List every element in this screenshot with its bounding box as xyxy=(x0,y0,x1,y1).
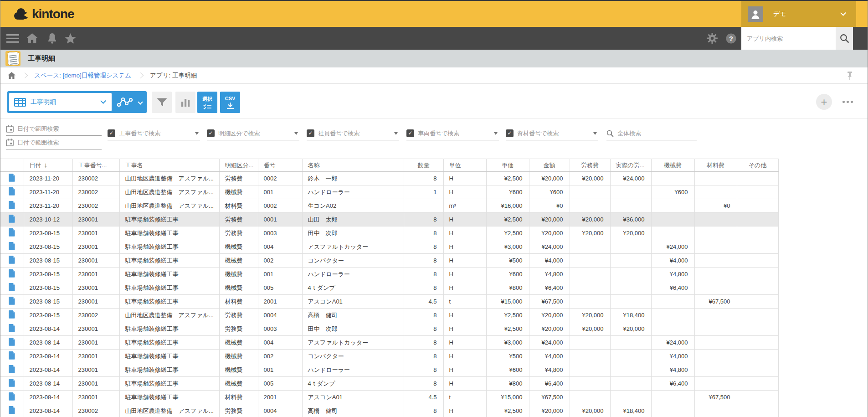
record-open-cell[interactable] xyxy=(0,309,24,322)
record-open-cell[interactable] xyxy=(0,254,24,268)
kintone-logo[interactable]: kintone xyxy=(13,1,74,27)
cell-number: 004 xyxy=(258,336,302,350)
cell-amount: ¥4,000 xyxy=(529,254,570,268)
user-menu[interactable]: デモ xyxy=(741,1,856,27)
cell-other-cost xyxy=(737,336,778,350)
hamburger-menu-icon[interactable] xyxy=(5,27,21,50)
record-open-cell[interactable] xyxy=(0,363,24,377)
record-open-cell[interactable] xyxy=(0,336,24,350)
column-header-actual-labor-cost[interactable]: 実際の労... xyxy=(610,159,651,172)
filter-dropdown-project-no[interactable]: ✓ 工事番号で検索 xyxy=(108,127,200,140)
checkbox-checked-icon[interactable]: ✓ xyxy=(108,129,115,137)
record-open-cell[interactable] xyxy=(0,185,24,199)
column-header-project-no[interactable]: 工事番号... xyxy=(72,159,119,172)
column-header-date[interactable]: 日付↓ xyxy=(24,159,72,172)
user-name: デモ xyxy=(773,10,786,18)
table-row[interactable]: 2023-08-15230002山田地区農道整備 アスファル...労務費0004… xyxy=(0,309,778,322)
record-open-cell[interactable] xyxy=(0,322,24,336)
cell-category: 機械費 xyxy=(219,377,258,391)
column-header-other-cost[interactable]: その他 xyxy=(737,159,778,172)
record-open-cell[interactable] xyxy=(0,172,24,185)
record-open-cell[interactable] xyxy=(0,350,24,363)
table-row[interactable]: 2023-08-15230001駐車場舗装修繕工事機械費0054ｔダンプ8H¥8… xyxy=(0,281,778,295)
table-row[interactable]: 2023-08-14230001駐車場舗装修繕工事機械費004アスファルトカッタ… xyxy=(0,336,778,350)
column-header-qty[interactable]: 数量 xyxy=(404,159,443,172)
filter-dropdown-employee-no[interactable]: ✓ 社員番号で検索 xyxy=(307,127,399,140)
checkbox-checked-icon[interactable]: ✓ xyxy=(406,129,414,137)
chart-button[interactable] xyxy=(175,92,195,113)
column-header-unit[interactable]: 単位 xyxy=(443,159,486,172)
record-open-cell[interactable] xyxy=(0,391,24,404)
checkbox-checked-icon[interactable]: ✓ xyxy=(506,129,514,137)
breadcrumb-home-icon[interactable] xyxy=(8,72,15,79)
table-row[interactable]: 2023-08-15230001駐車場舗装修繕工事機械費001ハンドローラー8H… xyxy=(0,268,778,281)
record-open-cell[interactable] xyxy=(0,227,24,240)
table-row[interactable]: 2023-11-20230002山田地区農道整備 アスファル...労務費0002… xyxy=(0,172,778,185)
filter-dropdown-category[interactable]: ✓ 明細区分で検索 xyxy=(207,127,299,140)
date-range-from-input[interactable] xyxy=(17,125,102,132)
table-row[interactable]: 2023-08-15230001駐車場舗装修繕工事材料費2001アスコンA014… xyxy=(0,295,778,309)
column-header-category[interactable]: 明細区分... xyxy=(219,159,258,172)
table-row[interactable]: 2023-08-14230001駐車場舗装修繕工事機械費0054ｔダンプ8H¥8… xyxy=(0,377,778,391)
table-row[interactable]: 2023-11-20230002山田地区農道整備 アスファル...材料費0002… xyxy=(0,199,778,213)
cell-unit-price: ¥2,500 xyxy=(486,322,529,336)
csv-download-button[interactable]: CSV xyxy=(220,92,240,113)
options-menu-button[interactable] xyxy=(842,101,853,103)
column-header-project-name[interactable]: 工事名 xyxy=(119,159,219,172)
add-record-button[interactable]: + xyxy=(816,94,832,110)
global-search-field[interactable] xyxy=(606,127,697,140)
filter-button[interactable] xyxy=(152,92,172,113)
app-search-button[interactable] xyxy=(836,27,853,50)
column-header-number[interactable]: 番号 xyxy=(258,159,302,172)
cell-qty: 4.5 xyxy=(404,391,443,404)
table-row[interactable]: 2023-08-15230001駐車場舗装修繕工事機械費004アスファルトカッタ… xyxy=(0,240,778,254)
table-row[interactable]: 2023-08-14230001駐車場舗装修繕工事材料費2001アスコンA014… xyxy=(0,391,778,404)
record-open-cell[interactable] xyxy=(0,268,24,281)
column-header-labor-cost[interactable]: 労務費 xyxy=(570,159,610,172)
table-row[interactable]: 2023-11-20230002山田地区農道整備 アスファル...機械費001ハ… xyxy=(0,185,778,199)
date-range-to-field[interactable] xyxy=(6,136,102,149)
global-search-input[interactable] xyxy=(617,130,697,137)
filter-dropdown-material-no[interactable]: ✓ 資材番号で検索 xyxy=(506,127,598,140)
home-icon[interactable] xyxy=(25,27,39,50)
breadcrumb-space-link[interactable]: スペース: [demo]日報管理システム xyxy=(34,72,131,80)
record-open-cell[interactable] xyxy=(0,240,24,254)
select-records-button[interactable]: 選択 xyxy=(197,92,217,113)
checkbox-checked-icon[interactable]: ✓ xyxy=(207,129,215,137)
favorites-star-icon[interactable] xyxy=(63,27,77,50)
checkbox-checked-icon[interactable]: ✓ xyxy=(307,129,314,137)
table-row[interactable]: 2023-08-14230001駐車場舗装修繕工事機械費002コンパクター8H¥… xyxy=(0,350,778,363)
column-header-name[interactable]: 名称 xyxy=(302,159,404,172)
graph-menu-button[interactable] xyxy=(113,91,147,113)
pin-icon[interactable] xyxy=(847,71,853,82)
filter-dropdown-vehicle-no[interactable]: ✓ 車両番号で検索 xyxy=(406,127,499,140)
record-open-cell[interactable] xyxy=(0,281,24,295)
cell-category: 機械費 xyxy=(219,363,258,377)
record-open-cell[interactable] xyxy=(0,404,24,417)
table-row[interactable]: 2023-08-14230002山田地区農道整備 アスファル...労務費0004… xyxy=(0,404,778,417)
app-icon[interactable] xyxy=(5,51,21,66)
settings-gear-icon[interactable] xyxy=(705,27,719,50)
column-header-amount[interactable]: 金額 xyxy=(529,159,570,172)
record-open-cell[interactable] xyxy=(0,377,24,391)
date-range-to-input[interactable] xyxy=(17,139,102,146)
column-header-unit-price[interactable]: 単価 xyxy=(486,159,529,172)
date-range-from-field[interactable] xyxy=(6,122,102,136)
record-open-cell[interactable] xyxy=(0,295,24,309)
view-selector[interactable]: 工事明細 xyxy=(9,93,112,111)
sort-descending-icon[interactable]: ↓ xyxy=(44,161,48,169)
column-header-machine-cost[interactable]: 機械費 xyxy=(651,159,694,172)
record-open-cell[interactable] xyxy=(0,199,24,213)
record-open-cell[interactable] xyxy=(0,213,24,227)
table-row[interactable]: 2023-08-14230001駐車場舗装修繕工事労務費0003田中 次郎8H¥… xyxy=(0,322,778,336)
help-icon[interactable]: ? xyxy=(724,27,738,50)
table-row[interactable]: 2023-08-15230001駐車場舗装修繕工事機械費002コンパクター8H¥… xyxy=(0,254,778,268)
table-row[interactable]: 2023-08-14230001駐車場舗装修繕工事機械費001ハンドローラー8H… xyxy=(0,363,778,377)
table-row[interactable]: 2023-08-15230001駐車場舗装修繕工事労務費0003田中 次郎8H¥… xyxy=(0,227,778,240)
table-row[interactable]: 2023-10-12230001駐車場舗装修繕工事労務費0001山田 太郎8H¥… xyxy=(0,213,778,227)
cell-labor-cost xyxy=(570,268,610,281)
notifications-bell-icon[interactable] xyxy=(46,27,58,50)
app-search-input[interactable] xyxy=(741,27,836,50)
column-header-material-cost[interactable]: 材料費 xyxy=(694,159,737,172)
cell-amount: ¥20,000 xyxy=(529,213,570,227)
